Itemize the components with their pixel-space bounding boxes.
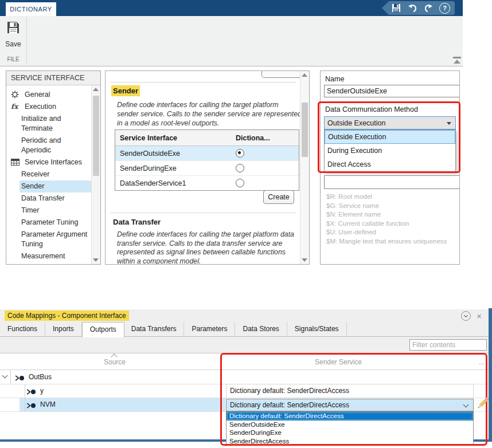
tree-item-timer[interactable]: Timer <box>19 205 92 217</box>
option-sender-outside-exe[interactable]: SenderOutsideExe <box>227 421 473 429</box>
tab-outports[interactable]: Outports <box>82 322 124 337</box>
option-during-execution[interactable]: During Execution <box>325 144 455 158</box>
chevron-expand-icon[interactable] <box>2 373 8 379</box>
col-service-interface: Service Interface <box>115 134 236 142</box>
tree-item-label: Service Interfaces <box>25 158 82 166</box>
option-sender-during-exe[interactable]: SenderDuringExe <box>227 429 473 437</box>
scroll-up-icon[interactable] <box>302 73 307 77</box>
code-mappings-toolbar <box>0 337 489 353</box>
table-row[interactable]: SenderDuringExe <box>115 161 299 176</box>
tree-item-sender[interactable]: Sender <box>19 180 92 192</box>
dictionary-content-panel: Sender Define code interfaces for callin… <box>105 70 310 265</box>
sender-service-select[interactable]: Dictionary default: SenderDirectAccess <box>226 399 474 411</box>
scroll-down-icon[interactable] <box>302 258 307 262</box>
tree-item-receiver[interactable]: Receiver <box>19 168 92 180</box>
gear-icon <box>11 91 21 99</box>
create-button[interactable]: Create <box>263 190 294 204</box>
tree-item-measurement[interactable]: Measurement <box>19 250 92 262</box>
hint-line: $M: Mangle text that ensures uniqueness <box>326 237 447 246</box>
collapse-ribbon-icon[interactable] <box>452 57 462 64</box>
sender-service-cell[interactable]: Dictionary default: SenderDirectAccess <box>226 384 474 398</box>
option-direct-access[interactable]: Direct Access <box>325 158 455 171</box>
tree-item-label: Execution <box>25 103 56 111</box>
combo-value: Outside Execution <box>327 119 385 127</box>
undo-icon[interactable] <box>407 3 417 13</box>
radio-selected-icon[interactable] <box>236 149 244 158</box>
table-row[interactable]: SenderOutsideExe <box>115 146 299 161</box>
partial-create-button[interactable] <box>261 70 303 78</box>
option-sender-direct-access[interactable]: SenderDirectAccess <box>227 437 473 446</box>
radio-icon[interactable] <box>236 164 244 172</box>
tree-item-general[interactable]: General <box>6 89 92 101</box>
tree-panel-header: SERVICE INTERFACE <box>6 71 100 85</box>
sender-section-description: Define code interfaces for calling the t… <box>117 100 302 128</box>
col-sender-service[interactable]: Sender Service <box>281 358 396 366</box>
naming-rule-field[interactable] <box>324 175 460 189</box>
panel-menu-icon[interactable] <box>461 311 471 321</box>
row-label: OutBus <box>29 373 52 381</box>
fx-icon: fx <box>11 103 21 111</box>
content-scrollbar[interactable] <box>300 71 309 264</box>
panel-edge-right <box>489 308 492 442</box>
option-outside-execution[interactable]: Outside Execution <box>325 130 455 144</box>
option-dictionary-default[interactable]: Dictionary default: SenderDirectAccess <box>227 412 473 421</box>
outport-icon <box>15 375 25 383</box>
tab-inports[interactable]: Inports <box>45 322 82 336</box>
table-row-y[interactable]: y Dictionary default: SenderDirectAccess <box>0 384 489 398</box>
redo-icon[interactable] <box>423 3 434 13</box>
tab-dictionary[interactable]: DICTIONARY <box>6 2 56 16</box>
tree-guide <box>25 398 25 411</box>
save-button[interactable]: Save <box>2 21 24 48</box>
help-icon[interactable]: ? <box>439 3 450 14</box>
tree-item-initialize-and-terminate[interactable]: Initialize and Terminate <box>19 113 92 135</box>
tab-functions[interactable]: Functions <box>0 322 45 336</box>
radio-icon[interactable] <box>236 179 244 187</box>
hint-line: $G: Service name <box>326 202 447 211</box>
tree-guide <box>10 371 11 384</box>
tab-data-stores[interactable]: Data Stores <box>235 322 287 336</box>
combo-value: Dictionary default: SenderDirectAccess <box>230 401 349 409</box>
tab-signals-states[interactable]: Signals/States <box>287 322 347 336</box>
code-mappings-titlebar: Code Mappings - Component Interface × <box>0 309 489 323</box>
table-row-outbus[interactable]: OutBus <box>0 371 489 384</box>
sender-section-title: Sender <box>111 85 140 96</box>
row-label: y <box>40 387 44 395</box>
tab-data-transfers[interactable]: Data Transfers <box>124 322 185 336</box>
tree-item-execution[interactable]: fx Execution <box>6 101 92 113</box>
properties-panel: Name Data Communication Method Outside E… <box>320 70 460 265</box>
tree-item-parameter-argument-tuning[interactable]: Parameter Argument Tuning <box>19 229 92 250</box>
tree-item-internal-functions[interactable]: fx Internal Functions <box>6 262 92 265</box>
row-label: DataSenderService1 <box>115 179 236 187</box>
col-overflow[interactable]: ... <box>476 358 487 366</box>
scrollbar-thumb[interactable] <box>93 96 99 176</box>
tab-parameters[interactable]: Parameters <box>184 322 235 336</box>
tab-dictionary-label: DICTIONARY <box>10 6 52 13</box>
name-field[interactable] <box>324 85 460 97</box>
save-icon[interactable] <box>391 3 401 13</box>
save-button-label: Save <box>2 40 24 48</box>
tree-item-label: Internal Functions <box>25 264 81 265</box>
hint-line: $X: Current callable function <box>326 219 447 229</box>
fx-icon: fx <box>11 264 21 265</box>
tree-item-data-transfer[interactable]: Data Transfer <box>19 192 92 205</box>
close-icon[interactable]: × <box>477 312 482 320</box>
scroll-up-icon[interactable] <box>93 88 99 91</box>
edit-pencil-icon[interactable] <box>475 396 490 411</box>
section-divider <box>110 213 296 213</box>
col-source[interactable]: Source <box>86 358 143 366</box>
ribbon-toolstrip: Save FILE <box>0 16 463 66</box>
scrollbar-thumb[interactable] <box>302 103 308 157</box>
tree-item-parameter-tuning[interactable]: Parameter Tuning <box>19 217 92 229</box>
tree-item-service-interfaces[interactable]: Service Interfaces <box>6 156 92 168</box>
scroll-down-icon[interactable] <box>93 258 99 262</box>
tree-item-periodic-and-aperiodic[interactable]: Periodic and Aperiodic <box>19 135 92 156</box>
section-divider <box>110 82 296 82</box>
table-row[interactable]: DataSenderService1 <box>115 176 299 190</box>
tree-item-label: Data Transfer <box>21 194 65 202</box>
tree-guide <box>25 384 25 398</box>
row-label: SenderOutsideExe <box>115 150 236 158</box>
tree-item-label: Parameter Tuning <box>21 218 78 226</box>
tree-scrollbar[interactable] <box>91 85 100 264</box>
data-communication-method-select[interactable]: Outside Execution <box>324 116 456 129</box>
filter-contents-input[interactable] <box>409 339 487 351</box>
